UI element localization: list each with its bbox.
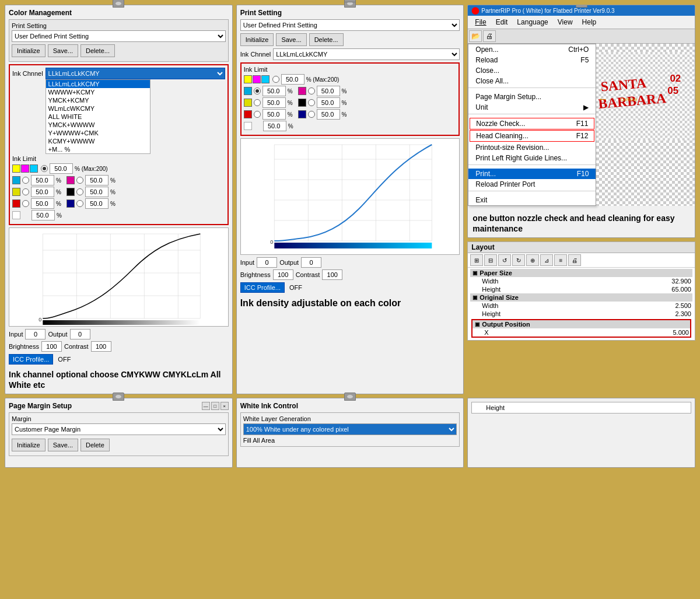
magenta-radio-mid[interactable] xyxy=(308,87,315,94)
black-input-left[interactable] xyxy=(85,187,108,197)
blue-radio-mid[interactable] xyxy=(308,111,315,118)
brightness-val-left[interactable] xyxy=(41,341,62,352)
ink-radio-all[interactable] xyxy=(41,165,48,172)
original-size-expand[interactable]: ▣ xyxy=(471,294,478,301)
minimize-btn[interactable]: — xyxy=(202,402,210,410)
contrast-label-left: Contrast xyxy=(64,343,89,350)
save-btn-mid[interactable]: Save... xyxy=(276,33,306,46)
red-radio-mid[interactable] xyxy=(254,111,261,118)
black-input-mid[interactable] xyxy=(317,97,340,108)
toolbar-print-btn[interactable]: 🖨 xyxy=(483,30,496,42)
blue-input-mid[interactable] xyxy=(317,109,340,120)
menu-close[interactable]: Close... xyxy=(468,65,596,76)
toolbar-open-btn[interactable]: 📂 xyxy=(469,30,482,42)
ink-radio-all-mid[interactable] xyxy=(272,76,279,83)
save-btn-left[interactable]: Save... xyxy=(48,44,78,57)
brightness-val-mid[interactable] xyxy=(273,269,293,280)
white-input-mid[interactable] xyxy=(263,121,286,131)
ink-option-5[interactable]: YMCK+WWWW xyxy=(46,121,150,129)
layout-tool-6[interactable]: ⊿ xyxy=(540,254,553,266)
menu-reload-port[interactable]: Reload Printer Port xyxy=(468,179,596,190)
yellow-radio-mid[interactable] xyxy=(254,99,261,106)
cyan-radio-left[interactable] xyxy=(22,177,29,184)
white-input-left[interactable] xyxy=(32,210,55,220)
white-layer-dropdown[interactable]: 100% White under any colored pixel xyxy=(243,423,457,435)
margin-save-btn[interactable]: Save... xyxy=(48,439,78,451)
black-radio-left[interactable] xyxy=(76,188,83,195)
output-val-left[interactable] xyxy=(70,329,90,339)
red-radio-left[interactable] xyxy=(22,200,29,207)
icc-profile-btn-mid[interactable]: ICC Profile... xyxy=(240,282,285,293)
delete-btn-left[interactable]: Delete... xyxy=(80,44,115,57)
magenta-swatch-mid xyxy=(298,87,306,95)
ink-option-1[interactable]: WWWW+KCMY xyxy=(46,88,150,96)
contrast-val-left[interactable] xyxy=(91,341,111,352)
cyan-input-mid[interactable] xyxy=(262,86,286,96)
ink-total-input-mid[interactable] xyxy=(281,74,304,85)
ink-option-6[interactable]: Y+WWWW+CMK xyxy=(46,129,150,137)
icc-profile-btn-left[interactable]: ICC Profile... xyxy=(9,354,53,365)
layout-tool-3[interactable]: ↺ xyxy=(498,254,511,266)
print-setting-select-mid[interactable]: User Defined Print Setting xyxy=(240,19,460,31)
language-menu[interactable]: Language xyxy=(512,17,552,27)
menu-head-cleaning[interactable]: Head Cleaning...F12 xyxy=(470,130,594,142)
ink-option-4[interactable]: ALL WHITE xyxy=(46,113,150,121)
yellow-input-left[interactable] xyxy=(31,187,54,197)
paper-size-expand[interactable]: ▣ xyxy=(471,269,478,276)
edit-menu[interactable]: Edit xyxy=(491,17,513,27)
blue-input-left[interactable] xyxy=(85,198,108,209)
delete-btn-mid[interactable]: Delete... xyxy=(309,33,344,46)
margin-delete-btn[interactable]: Delete xyxy=(80,439,110,451)
magenta-input-mid[interactable] xyxy=(317,86,340,96)
yellow-radio-left[interactable] xyxy=(22,188,29,195)
margin-dropdown[interactable]: Customer Page Margin xyxy=(12,423,226,435)
menu-close-all[interactable]: Close All... xyxy=(468,76,596,86)
layout-tool-5[interactable]: ⊕ xyxy=(526,254,539,266)
menu-reload[interactable]: ReloadF5 xyxy=(468,55,596,65)
menu-unit[interactable]: Unit▶ xyxy=(468,102,596,113)
file-menu[interactable]: File xyxy=(470,17,491,27)
magenta-radio-left[interactable] xyxy=(76,177,83,184)
layout-tool-2[interactable]: ⊟ xyxy=(484,254,497,266)
ink-channel-select-left[interactable]: LLkLmLcLkKCMY xyxy=(46,68,225,79)
ink-option-3[interactable]: WLmLcWKCMY xyxy=(46,104,150,113)
initialize-btn-mid[interactable]: Initialize xyxy=(240,33,274,46)
magenta-input-left[interactable] xyxy=(85,175,108,185)
menu-print[interactable]: Print...F10 xyxy=(468,169,596,179)
output-pos-expand[interactable]: ▣ xyxy=(474,321,481,328)
menu-page-margin[interactable]: Page Margin Setup... xyxy=(468,92,596,102)
layout-tool-8[interactable]: 🖨 xyxy=(568,254,581,266)
input-val-mid[interactable] xyxy=(257,257,277,268)
ink-option-7[interactable]: KCMY+WWWW xyxy=(46,137,150,145)
print-setting-select-left[interactable]: User Defined Print Setting xyxy=(12,30,226,42)
ink-option-2[interactable]: YMCK+KCMY xyxy=(46,96,150,104)
margin-init-btn[interactable]: Initialize xyxy=(12,439,46,451)
blue-radio-left[interactable] xyxy=(76,200,83,207)
input-val-left[interactable] xyxy=(25,329,46,339)
ink-option-8[interactable]: +M... % xyxy=(46,145,150,153)
initialize-btn-left[interactable]: Initialize xyxy=(12,44,46,57)
maximize-btn[interactable]: □ xyxy=(211,402,219,410)
layout-tool-4[interactable]: ↻ xyxy=(512,254,525,266)
help-menu[interactable]: Help xyxy=(578,17,601,27)
menu-nozzle-check[interactable]: Nozzle Check...F11 xyxy=(470,118,594,129)
ink-channel-select-mid[interactable]: LLkLmLcLkKCMY xyxy=(273,48,460,60)
cyan-radio-mid[interactable] xyxy=(254,87,261,94)
cyan-input-left[interactable] xyxy=(31,175,54,185)
layout-tool-1[interactable]: ⊞ xyxy=(470,254,483,266)
close-btn[interactable]: × xyxy=(220,402,229,410)
menu-exit[interactable]: Exit xyxy=(468,195,596,205)
menu-printout-revision[interactable]: Printout-size Revision... xyxy=(468,142,596,153)
yellow-input-mid[interactable] xyxy=(262,97,286,108)
view-menu[interactable]: View xyxy=(553,17,578,27)
red-input-left[interactable] xyxy=(31,198,54,209)
red-input-mid[interactable] xyxy=(262,109,286,120)
ink-total-input-left[interactable] xyxy=(50,163,73,174)
menu-open[interactable]: Open...Ctrl+O xyxy=(468,44,596,55)
menu-print-guide[interactable]: Print Left Right Guide Lines... xyxy=(468,153,596,163)
black-radio-mid[interactable] xyxy=(308,99,315,106)
ink-option-0[interactable]: LLkLmLcLkKCMY xyxy=(46,80,150,88)
output-val-mid[interactable] xyxy=(301,257,321,268)
contrast-val-mid[interactable] xyxy=(322,269,342,280)
layout-tool-7[interactable]: ≡ xyxy=(554,254,567,266)
